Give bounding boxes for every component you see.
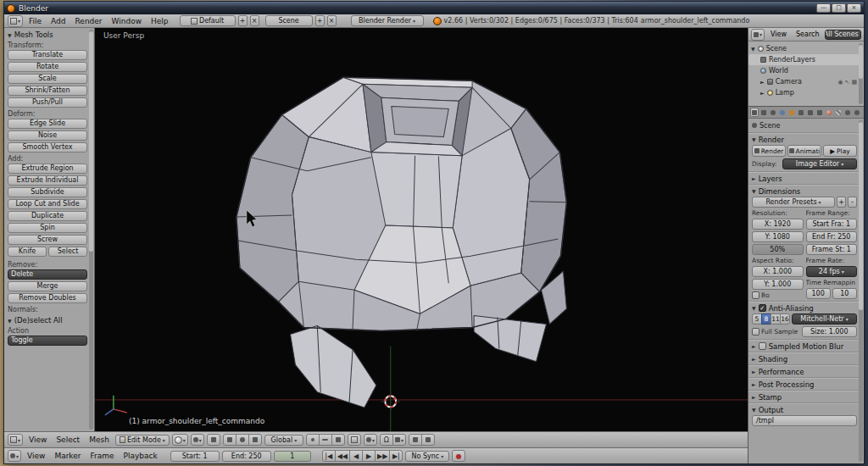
knife-button[interactable]: Knife: [8, 247, 47, 257]
outliner-item-camera[interactable]: ►Camera ◉ ↖ ▦: [751, 76, 857, 87]
render-animation-button[interactable]: Animati: [787, 145, 821, 157]
motion-blur-panel-header[interactable]: ►Sampled Motion Blur: [748, 340, 860, 350]
preset-remove-button[interactable]: -: [848, 197, 857, 208]
render-panel-header[interactable]: ▼Render: [748, 133, 860, 143]
outliner-item-world[interactable]: World: [751, 65, 857, 76]
preset-add-button[interactable]: +: [837, 197, 846, 208]
outliner-menu-view[interactable]: View: [767, 31, 790, 38]
menu-marker[interactable]: Marker: [51, 452, 84, 460]
editor-type-icon[interactable]: ▾: [8, 450, 21, 462]
outliner-filter-dropdown[interactable]: All Scenes▾: [825, 30, 861, 40]
editor-type-icon[interactable]: ▾: [8, 434, 23, 446]
deselect-all-panel-header[interactable]: ▼(De)select All: [8, 316, 87, 325]
output-path-field[interactable]: /tmpl: [752, 415, 857, 426]
resolution-y-field[interactable]: Y: 1080: [752, 231, 804, 242]
aspect-x-field[interactable]: X: 1.000: [752, 266, 804, 277]
performance-panel-header[interactable]: ►Performance: [748, 365, 860, 375]
scene-add-button[interactable]: +: [315, 15, 325, 26]
aspect-y-field[interactable]: Y: 1.000: [752, 279, 804, 290]
aa-filter-dropdown[interactable]: Mitchell-Netr▾: [792, 313, 857, 325]
props-tab-particles[interactable]: [843, 108, 852, 117]
props-tab-physics[interactable]: [853, 108, 861, 117]
resolution-percentage-slider[interactable]: 50%: [752, 244, 804, 255]
smooth-vertex-button[interactable]: Smooth Vertex: [8, 142, 87, 153]
record-button[interactable]: ●: [452, 450, 465, 462]
scene-delete-button[interactable]: ×: [327, 15, 337, 26]
current-frame-field[interactable]: 1: [274, 451, 311, 462]
sync-mode-dropdown[interactable]: No Sync▾: [405, 451, 449, 462]
frame-start-field[interactable]: Start: 1: [170, 451, 220, 462]
menu-mesh[interactable]: Mesh: [86, 435, 113, 444]
select-button[interactable]: Select: [48, 247, 87, 257]
output-panel-header[interactable]: ▼Output: [748, 403, 860, 413]
close-button[interactable]: ×: [847, 3, 861, 13]
mesh-tools-panel-header[interactable]: ▼Mesh Tools: [8, 31, 87, 39]
action-toggle-dropdown[interactable]: Toggle⇕: [8, 336, 87, 346]
transform-orientation-dropdown[interactable]: Global▾: [264, 435, 303, 446]
push-pull-button[interactable]: Push/Pull: [8, 97, 87, 108]
dimensions-panel-header[interactable]: ▼Dimensions: [748, 185, 860, 195]
props-tab-render-layers[interactable]: [760, 108, 768, 117]
extrude-region-button[interactable]: Extrude Region: [8, 164, 87, 174]
noise-button[interactable]: Noise: [8, 130, 87, 141]
duplicate-button[interactable]: Duplicate: [8, 211, 87, 221]
jump-to-end-button[interactable]: ▶|: [389, 450, 403, 462]
display-mode-dropdown[interactable]: Image Editor▾: [782, 158, 857, 169]
outliner-item-renderlayers[interactable]: RenderLayers: [748, 54, 860, 65]
props-tab-modifiers[interactable]: [806, 108, 815, 117]
props-tab-render[interactable]: [750, 108, 759, 117]
menu-file[interactable]: File: [25, 17, 45, 25]
remap-old-field[interactable]: 100: [806, 288, 831, 299]
delete-dropdown[interactable]: Delete⇕: [8, 269, 87, 280]
prev-keyframe-button[interactable]: ◀◀: [335, 450, 350, 462]
opengl-render-anim-icon[interactable]: [421, 434, 435, 446]
loop-cut-button[interactable]: Loop Cut and Slide: [8, 199, 87, 209]
pivot-align-toggle[interactable]: [207, 434, 220, 446]
render-engine-select[interactable]: Blender Render▾: [351, 15, 424, 26]
renderable-icon[interactable]: ▦: [851, 79, 857, 86]
menu-window[interactable]: Window: [108, 17, 146, 25]
resolution-x-field[interactable]: X: 1920: [752, 219, 804, 230]
outliner-item-lamp[interactable]: ►Lamp: [751, 87, 857, 98]
maximize-button[interactable]: □: [832, 3, 846, 13]
jump-to-start-button[interactable]: |◀: [322, 450, 336, 462]
aa-size-field[interactable]: Size: 1.000: [802, 326, 858, 337]
snap-element-dropdown[interactable]: ▾: [392, 434, 406, 446]
menu-view[interactable]: View: [25, 435, 50, 444]
subdivide-button[interactable]: Subdivide: [8, 187, 87, 197]
frame-end-field[interactable]: End: 250: [222, 451, 271, 462]
frame-rate-dropdown[interactable]: 24 fps▾: [806, 266, 858, 277]
menu-render[interactable]: Render: [72, 17, 106, 25]
visibility-eye-icon[interactable]: ◉: [837, 79, 843, 86]
menu-playback[interactable]: Playback: [120, 452, 161, 460]
editor-type-icon[interactable]: ▾: [8, 15, 23, 27]
shrink-fatten-button[interactable]: Shrink/Fatten: [8, 86, 87, 96]
frame-step-field[interactable]: Frame St: 1: [806, 244, 858, 255]
props-tab-world[interactable]: [778, 108, 787, 117]
occlude-geometry-toggle[interactable]: [348, 434, 361, 446]
post-processing-panel-header[interactable]: ►Post Processing: [748, 378, 860, 388]
props-tab-material[interactable]: [825, 108, 833, 117]
edge-slide-button[interactable]: Edge Slide: [8, 119, 87, 129]
rotate-button[interactable]: Rotate: [8, 62, 87, 72]
vertex-select-icon[interactable]: [306, 434, 320, 446]
play-reverse-button[interactable]: ◀: [349, 450, 363, 462]
menu-select[interactable]: Select: [53, 435, 83, 444]
render-still-button[interactable]: Render: [752, 145, 786, 157]
extrude-individual-button[interactable]: Extrude Individual: [8, 175, 87, 186]
viewport-canvas[interactable]: [95, 28, 748, 431]
layout-delete-button[interactable]: ×: [250, 15, 259, 26]
scene-selector[interactable]: Scene: [265, 15, 313, 26]
window-titlebar[interactable]: Blender — □ ×: [4, 2, 864, 14]
render-presets-dropdown[interactable]: Render Presets▾: [752, 197, 835, 208]
remap-new-field[interactable]: 10: [832, 288, 857, 299]
motion-blur-checkbox[interactable]: [759, 342, 766, 350]
outliner-menu-search[interactable]: Search: [793, 31, 822, 38]
translate-button[interactable]: Translate: [8, 50, 87, 60]
outliner-scrollbar[interactable]: [859, 43, 863, 104]
antialiasing-panel-header[interactable]: ▼✓Anti-Aliasing: [748, 302, 860, 312]
viewport-3d[interactable]: User Persp (1) armor_shoulder_left_comma…: [95, 28, 748, 431]
menu-view[interactable]: View: [24, 452, 48, 460]
snap-magnet-icon[interactable]: Ω: [380, 434, 393, 446]
layers-panel-header[interactable]: ►Layers: [748, 172, 860, 182]
